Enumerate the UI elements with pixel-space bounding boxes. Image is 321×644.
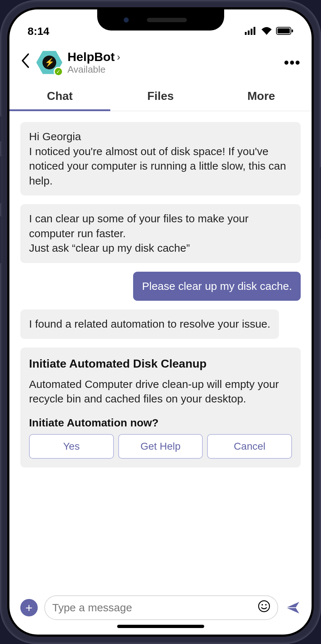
back-button[interactable] <box>17 52 31 73</box>
svg-rect-3 <box>254 27 255 35</box>
home-indicator[interactable] <box>117 625 204 628</box>
bot-avatar[interactable]: ⚡ ✓ <box>36 49 62 76</box>
bot-presence-label: Available <box>67 64 279 75</box>
chevron-right-icon: › <box>117 51 120 63</box>
card-prompt: Initiate Automation now? <box>29 417 292 429</box>
volume-up <box>0 156 1 203</box>
message-input[interactable] <box>52 602 258 614</box>
phone-frame: 8:14 ⚡ <box>0 0 321 644</box>
tab-chat[interactable]: Chat <box>9 83 110 111</box>
add-attachment-button[interactable]: + <box>20 599 38 616</box>
chat-tabs: Chat Files More <box>9 83 312 111</box>
send-button[interactable] <box>285 600 301 616</box>
yes-button[interactable]: Yes <box>29 434 114 459</box>
emoji-icon[interactable] <box>258 600 270 615</box>
presence-available-icon: ✓ <box>54 67 63 76</box>
status-time: 8:14 <box>28 25 49 37</box>
bot-message: Hi Georgia I noticed you're almost out o… <box>20 122 301 195</box>
get-help-button[interactable]: Get Help <box>118 434 203 459</box>
cancel-button[interactable]: Cancel <box>207 434 292 459</box>
cellular-icon <box>245 25 257 37</box>
svg-rect-0 <box>245 32 247 35</box>
card-description: Automated Computer drive clean-up will e… <box>29 377 292 406</box>
mute-switch <box>0 116 1 142</box>
bot-message: I found a related automation to resolve … <box>20 309 279 339</box>
svg-rect-5 <box>277 28 290 33</box>
bot-name-label: HelpBot <box>67 50 115 64</box>
message-input-wrap[interactable] <box>44 595 278 620</box>
phone-notch <box>97 9 224 31</box>
automation-card: Initiate Automated Disk Cleanup Automate… <box>20 348 301 467</box>
tab-files[interactable]: Files <box>110 83 211 111</box>
chat-messages[interactable]: Hi Georgia I noticed you're almost out o… <box>9 111 312 588</box>
svg-rect-6 <box>292 29 293 32</box>
card-title: Initiate Automated Disk Cleanup <box>29 357 292 370</box>
bot-name-button[interactable]: HelpBot › <box>67 50 279 64</box>
tab-more[interactable]: More <box>211 83 312 111</box>
svg-rect-2 <box>251 29 252 35</box>
bot-message: I can clear up some of your files to mak… <box>20 204 301 263</box>
battery-icon <box>276 25 293 37</box>
power-button <box>320 167 321 240</box>
svg-rect-1 <box>248 31 250 35</box>
volume-down <box>0 216 1 263</box>
wifi-icon <box>261 25 272 37</box>
more-options-button[interactable]: ••• <box>284 55 301 70</box>
chat-header: ⚡ ✓ HelpBot › Available ••• <box>9 42 312 83</box>
user-message: Please clear up my disk cache. <box>133 272 301 301</box>
svg-point-9 <box>265 604 267 605</box>
svg-point-8 <box>262 604 263 605</box>
svg-point-7 <box>259 601 269 612</box>
